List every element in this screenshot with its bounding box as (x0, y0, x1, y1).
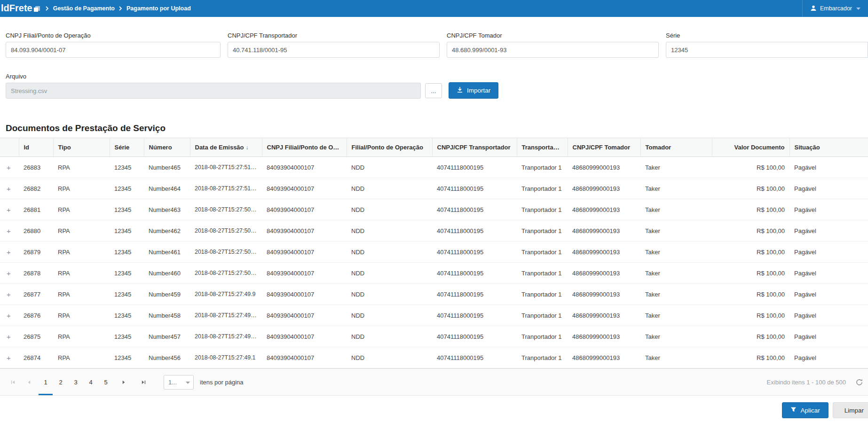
page-button-2[interactable]: 2 (54, 369, 68, 395)
table-cell: 26882 (19, 178, 53, 199)
table-cell: 2018-08-27T15:27:50.477 (190, 242, 262, 263)
table-cell: 48680999000193 (568, 263, 640, 284)
table-cell: Tranportador 1 (517, 347, 568, 368)
expand-row-button[interactable]: + (0, 220, 19, 242)
table-cell: 2018-08-27T15:27:49.36 (190, 326, 262, 347)
table-cell: Taker (640, 347, 712, 368)
arquivo-filename-input[interactable] (6, 83, 421, 99)
browse-file-button[interactable]: ... (425, 83, 442, 98)
cnpj-tomador-input[interactable] (447, 42, 659, 58)
column-header-tipo[interactable]: Tipo (53, 138, 110, 157)
table-cell: Pagável (789, 326, 868, 347)
table-cell: R$ 100,00 (712, 347, 789, 368)
table-cell: RPA (53, 284, 110, 305)
serie-input[interactable] (666, 42, 868, 58)
user-icon (810, 5, 817, 13)
column-header-numero[interactable]: Número (144, 138, 190, 157)
table-cell: Number461 (144, 242, 190, 263)
table-cell: Taker (640, 220, 712, 242)
table-cell: Tranportador 1 (517, 199, 568, 220)
table-cell: Number458 (144, 305, 190, 326)
field-cnpj-transportador: CNPJ/CPF Transportador (228, 32, 440, 58)
table-cell: Number464 (144, 178, 190, 199)
field-cnpj-filial: CNPJ Filial/Ponto de Operação (6, 32, 221, 58)
table-cell: Taker (640, 305, 712, 326)
expand-row-button[interactable]: + (0, 242, 19, 263)
column-header-cnpj-transportador[interactable]: CNPJ/CPF Transportador (432, 138, 517, 157)
page-button-3[interactable]: 3 (69, 369, 83, 395)
cnpj-transportador-input[interactable] (228, 42, 440, 58)
per-page-label: itens por página (200, 379, 244, 386)
page-button-5[interactable]: 5 (99, 369, 113, 395)
last-page-button[interactable] (137, 376, 150, 388)
column-header-serie[interactable]: Série (110, 138, 144, 157)
table-cell: NDD (347, 284, 432, 305)
filters-form: CNPJ Filial/Ponto de Operação CNPJ/CPF T… (0, 17, 868, 99)
table-cell: R$ 100,00 (712, 305, 789, 326)
apply-button[interactable]: Aplicar (782, 402, 828, 418)
expand-row-button[interactable]: + (0, 347, 19, 368)
table-cell: Pagável (789, 199, 868, 220)
table-row: +26874RPA12345Number4562018-08-27T15:27:… (0, 347, 868, 368)
expand-row-button[interactable]: + (0, 305, 19, 326)
table-cell: RPA (53, 220, 110, 242)
column-header-situacao[interactable]: Situação (789, 138, 868, 157)
import-button-label: Importar (467, 87, 490, 94)
table-cell: Pagável (789, 305, 868, 326)
page-size-select[interactable]: 1... (164, 375, 194, 390)
expand-row-button[interactable]: + (0, 199, 19, 220)
expand-row-button[interactable]: + (0, 284, 19, 305)
user-menu-label: Embarcador (820, 5, 852, 12)
column-header-cnpj-tomador[interactable]: CNPJ/CPF Tomador (568, 138, 640, 157)
table-cell: 26880 (19, 220, 53, 242)
table-cell: NDD (347, 263, 432, 284)
next-page-button[interactable] (118, 376, 130, 388)
column-header-tomador[interactable]: Tomador (640, 138, 712, 157)
table-cell: R$ 100,00 (712, 157, 789, 178)
table-cell: Taker (640, 157, 712, 178)
table-cell: 84093904000107 (262, 305, 347, 326)
column-header-data-emissao[interactable]: Data de Emissão↓ (190, 138, 262, 157)
table-cell: 26881 (19, 199, 53, 220)
table-row: +26875RPA12345Number4572018-08-27T15:27:… (0, 326, 868, 347)
table-cell: 40741118000195 (432, 305, 517, 326)
table-cell: R$ 100,00 (712, 178, 789, 199)
table-cell: 26875 (19, 326, 53, 347)
expand-row-button[interactable]: + (0, 326, 19, 347)
table-cell: 12345 (110, 347, 144, 368)
table-cell: 12345 (110, 242, 144, 263)
table-cell: 84093904000107 (262, 199, 347, 220)
column-header-transportador[interactable]: Transportador (517, 138, 568, 157)
sort-desc-icon: ↓ (246, 144, 249, 151)
page-button-1[interactable]: 1 (39, 369, 53, 395)
clear-button[interactable]: Limpar (833, 402, 868, 418)
prev-page-button[interactable] (23, 376, 35, 388)
expand-row-button[interactable]: + (0, 263, 19, 284)
table-cell: RPA (53, 199, 110, 220)
column-header-filial-ponto[interactable]: Filial/Ponto de Operação (347, 138, 432, 157)
table-cell: 48680999000193 (568, 178, 640, 199)
expand-row-button[interactable]: + (0, 178, 19, 199)
column-header-cnpj-filial[interactable]: CNPJ Filial/Ponto de Operaç... (262, 138, 347, 157)
import-button[interactable]: Importar (449, 82, 498, 99)
user-menu[interactable]: Embarcador (802, 0, 868, 17)
page-button-4[interactable]: 4 (84, 369, 98, 395)
column-header-id[interactable]: Id (19, 138, 53, 157)
table-cell: Taker (640, 284, 712, 305)
breadcrumb-item-upload[interactable]: Pagamento por Upload (126, 5, 191, 12)
cnpj-filial-input[interactable] (6, 42, 221, 58)
table-cell: Number462 (144, 220, 190, 242)
table-row: +26878RPA12345Number4602018-08-27T15:27:… (0, 263, 868, 284)
table-cell: 48680999000193 (568, 326, 640, 347)
serie-label: Série (666, 32, 868, 39)
column-header-valor[interactable]: Valor Documento (712, 138, 789, 157)
table-cell: 26883 (19, 157, 53, 178)
page-size-value: 1... (168, 379, 177, 386)
table-cell: Tranportador 1 (517, 326, 568, 347)
first-page-button[interactable] (7, 376, 19, 388)
breadcrumb-item-gestao[interactable]: Gestão de Pagamento (53, 5, 115, 12)
table-cell: 12345 (110, 326, 144, 347)
table-cell: NDD (347, 220, 432, 242)
refresh-icon[interactable] (855, 378, 863, 386)
expand-row-button[interactable]: + (0, 157, 19, 178)
